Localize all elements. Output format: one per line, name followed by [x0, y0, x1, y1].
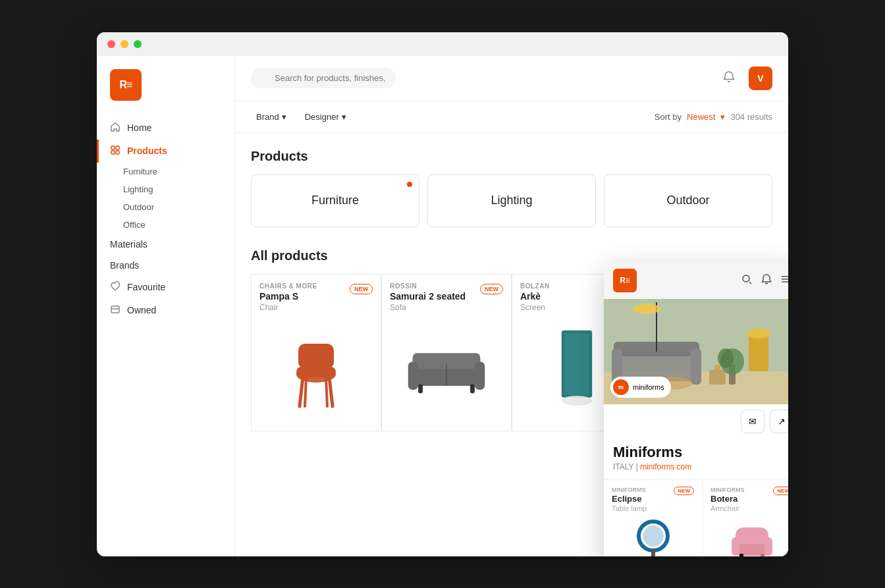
overlay-product-type-1: Table lamp: [612, 504, 647, 512]
new-badge-2: NEW: [480, 284, 503, 294]
new-badge: NEW: [350, 284, 373, 294]
svg-rect-0: [111, 146, 115, 149]
category-card-furniture[interactable]: Furniture: [251, 174, 419, 227]
sidebar-subitem-outdoor[interactable]: Outdoor: [110, 198, 234, 216]
svg-rect-2: [111, 151, 115, 154]
designer-filter[interactable]: Designer ▾: [300, 109, 352, 124]
close-traffic-light[interactable]: [107, 40, 115, 48]
sidebar-item-home[interactable]: Home: [97, 117, 234, 140]
product-brand: CHAIRS & MORE: [259, 282, 317, 290]
brand-country: ITALY: [613, 462, 633, 471]
sidebar-subitem-lighting[interactable]: Lighting: [110, 180, 234, 198]
overlay-brand-info: Miniforms ITALY | miniforms.com: [604, 439, 788, 479]
maximize-traffic-light[interactable]: [134, 40, 142, 48]
brand-website-link[interactable]: miniforms.com: [640, 462, 691, 471]
product-type-3: Screen: [520, 303, 550, 312]
bell-icon-overlay[interactable]: [761, 273, 772, 288]
product-type: Chair: [259, 303, 317, 312]
menu-icon-overlay[interactable]: [780, 273, 788, 288]
sort-value[interactable]: Newest: [687, 112, 715, 122]
sidebar-subitem-office[interactable]: Office: [110, 216, 234, 234]
svg-line-11: [326, 377, 327, 406]
screen-image: [554, 327, 600, 413]
overlay-products-grid: MINIFORMS Eclipse Table lamp NEW: [604, 479, 788, 556]
product-name: Pampa S: [259, 291, 317, 302]
overlay-new-badge-2: NEW: [773, 487, 788, 495]
sidebar-label-materials: Materials: [110, 239, 148, 250]
chevron-down-icon-2: ▾: [342, 112, 346, 122]
sidebar-subitem-furniture[interactable]: Furniture: [110, 163, 234, 180]
sofa-image: [407, 340, 486, 400]
category-cards: Furniture Lighting Outdoor: [251, 174, 772, 227]
filter-bar: Brand ▾ Designer ▾ Sort by Newest ▾ 304 …: [235, 101, 788, 133]
filter-controls: Brand ▾ Designer ▾: [251, 109, 352, 124]
overlay-brand-meta: ITALY | miniforms.com: [613, 462, 788, 471]
svg-rect-14: [408, 361, 418, 390]
overlay-product-brand-2: MINIFORMS: [711, 487, 745, 493]
home-icon: [110, 122, 121, 134]
svg-rect-43: [714, 365, 720, 371]
chair-image: [286, 327, 346, 413]
overlay-product-name-2: Botera: [711, 494, 745, 504]
category-card-lighting[interactable]: Lighting: [427, 174, 596, 227]
search-input[interactable]: [251, 68, 396, 88]
svg-line-8: [300, 377, 303, 406]
svg-point-37: [747, 328, 770, 338]
email-action-button[interactable]: ✉: [741, 410, 764, 433]
product-type-2: Sofa: [390, 303, 466, 312]
svg-rect-1: [116, 146, 119, 149]
category-card-outdoor[interactable]: Outdoor: [604, 174, 772, 227]
product-name-2: Samurai 2 seated: [390, 291, 466, 302]
sidebar-item-favourite[interactable]: Favourite: [97, 276, 234, 299]
product-card-pampa[interactable]: CHAIRS & MORE Pampa S Chair NEW: [251, 274, 381, 431]
svg-point-40: [718, 348, 734, 368]
svg-rect-3: [116, 151, 119, 154]
notification-button[interactable]: [717, 67, 741, 90]
svg-rect-42: [709, 370, 726, 385]
all-products-title: All products: [251, 248, 772, 263]
svg-rect-52: [739, 554, 743, 556]
miniforms-badge-text: miniforms: [633, 383, 664, 391]
sidebar: R≡ Home: [97, 56, 235, 556]
eclipse-lamp-image: [633, 518, 673, 556]
user-avatar[interactable]: V: [749, 67, 772, 90]
sidebar-item-products[interactable]: Products: [97, 140, 234, 163]
product-card-samurai[interactable]: ROSSIN Samurai 2 seated Sofa NEW: [381, 274, 512, 431]
overlay-logo[interactable]: R≡: [613, 269, 637, 292]
sidebar-label-owned: Owned: [127, 305, 156, 315]
product-brand-3: BOLZAN: [520, 282, 550, 290]
overlay-product-card-botera[interactable]: MINIFORMS Botera Armchair NEW: [703, 480, 788, 556]
sidebar-item-owned[interactable]: Owned: [97, 299, 234, 322]
svg-line-10: [305, 377, 306, 406]
svg-point-35: [633, 304, 660, 314]
svg-rect-50: [732, 537, 739, 556]
overlay-product-type-2: Armchair: [711, 504, 745, 512]
sidebar-item-materials[interactable]: Materials: [97, 234, 234, 255]
svg-point-21: [562, 396, 592, 406]
search-icon-overlay[interactable]: [741, 273, 753, 288]
share-icon: ↗: [778, 416, 786, 427]
miniforms-badge[interactable]: m miniforms: [610, 377, 671, 398]
svg-rect-51: [764, 537, 772, 556]
header-actions: V: [717, 67, 772, 90]
app-logo[interactable]: R≡: [110, 69, 142, 101]
share-action-button[interactable]: ↗: [770, 410, 788, 433]
svg-rect-15: [475, 361, 485, 390]
sidebar-item-brands[interactable]: Brands: [97, 255, 234, 276]
svg-rect-20: [564, 333, 589, 394]
svg-rect-17: [470, 384, 475, 393]
svg-rect-36: [749, 335, 768, 371]
svg-rect-33: [691, 348, 701, 385]
svg-rect-4: [111, 306, 119, 313]
svg-rect-49: [734, 544, 770, 556]
svg-point-45: [643, 525, 664, 547]
overlay-card: R≡: [604, 262, 788, 556]
overlay-product-card-eclipse[interactable]: MINIFORMS Eclipse Table lamp NEW: [604, 480, 703, 556]
card-dot: [407, 182, 412, 187]
products-sub-nav: Furniture Lighting Outdoor Office: [97, 163, 234, 234]
sidebar-label-brands: Brands: [110, 260, 139, 271]
minimize-traffic-light[interactable]: [121, 40, 128, 48]
overlay-header-icons: [741, 273, 788, 288]
brand-filter[interactable]: Brand ▾: [251, 109, 292, 124]
svg-line-9: [329, 377, 333, 406]
